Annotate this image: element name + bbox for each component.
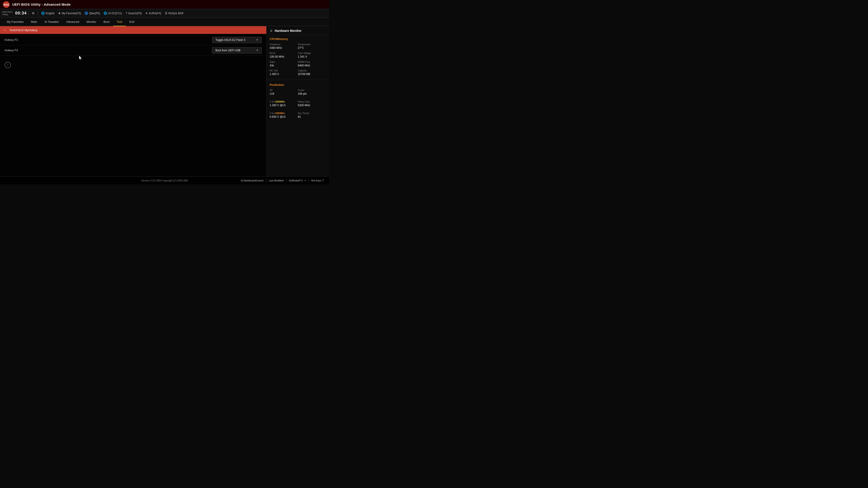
search-label: Search(F9) — [128, 12, 142, 15]
cpu-memory-grid: Frequency 4300 MHz Temperature 27°C BCLK… — [267, 42, 329, 79]
nav-menu: My Favorites Main Ai Tweaker Advanced Mo… — [0, 18, 329, 26]
hotkey-f4-label: Hotkey F4 — [4, 48, 212, 52]
q-dashboard-button[interactable]: Q-Dashboard(Insert) — [239, 179, 266, 182]
main-layout: ← Tool\ASUS MyHotkey Hotkey F3 Toggle AS… — [0, 26, 329, 176]
hot-keys-button[interactable]: Hot Keys ? — [309, 179, 326, 182]
monitor-icon: 🖥 — [270, 29, 273, 33]
ez-mode-icon: ⊣ — [304, 179, 306, 182]
dos-thresh-cell: Dos Thresh 91 — [298, 111, 326, 120]
hot-keys-icon: ? — [322, 179, 324, 182]
qfan-button[interactable]: 🌀 Qfan(F6) — [83, 11, 101, 15]
last-modified-button[interactable]: Last Modified — [267, 179, 286, 182]
resize-bar-button[interactable]: ☰ ReSize BAR — [163, 11, 185, 15]
nav-my-favorites[interactable]: My Favorites — [3, 18, 27, 26]
mc-volt-value: 1.403 V — [270, 72, 298, 76]
header: ROG UEFI BIOS Utility - Advanced Mode — [0, 0, 329, 9]
svg-text:ROG: ROG — [3, 3, 9, 6]
v-for-4300-cell: V for 4300MHz 0.930 V @L5 — [270, 111, 298, 120]
aura-label: AURA(F4) — [149, 12, 161, 15]
dos-thresh-label: Dos Thresh — [298, 112, 326, 115]
hw-monitor-title: Hardware Monitor — [275, 29, 302, 33]
ratio-label: Ratio — [270, 61, 298, 64]
date-display: 09/27/2024 Friday — [2, 11, 12, 16]
cooler-cell: Cooler 166 pts — [298, 88, 326, 97]
heavy-freq-label: Heavy Freq — [298, 100, 326, 103]
settings-button[interactable]: ⚙ — [31, 11, 36, 15]
capacity-cell: Capacity 32768 MB — [298, 68, 326, 77]
my-favorite-button[interactable]: ★ My Favorite(F3) — [57, 11, 82, 15]
back-button[interactable]: ← — [3, 28, 7, 32]
toolbar: 09/27/2024 Friday 00:34 ⚙ 🌐 English ★ My… — [0, 9, 329, 18]
core-voltage-value: 1.341 V — [298, 55, 326, 59]
hotkey-f4-row: Hotkey F4 Boot from UEFI USB ▼ — [0, 45, 266, 56]
bclk-value: 100.00 MHz — [270, 55, 298, 59]
sp-label: SP — [270, 89, 298, 92]
sp-cell: SP 119 — [270, 88, 298, 97]
footer: Version 2.22.1284 Copyright (C) 2024 AMI… — [0, 176, 329, 184]
toolbar-divider-2 — [38, 11, 38, 15]
bclk-cell: BCLK 100.00 MHz — [270, 51, 298, 60]
settings-container: Hotkey F3 Toggle ASUS EZ Flash 3 ▼ Hotke… — [0, 34, 266, 57]
search-button[interactable]: ? Search(F9) — [124, 11, 143, 15]
hotkey-f3-label: Hotkey F3 — [4, 38, 212, 41]
hotkey-f3-dropdown[interactable]: Toggle ASUS EZ Flash 3 ▼ — [212, 37, 262, 43]
capacity-value: 32768 MB — [298, 72, 326, 76]
content-area: ← Tool\ASUS MyHotkey Hotkey F3 Toggle AS… — [0, 26, 266, 176]
time-display: 00:34 — [15, 11, 27, 15]
temperature-value: 27°C — [298, 46, 326, 50]
search-icon: ? — [126, 11, 127, 15]
bclk-label: BCLK — [270, 52, 298, 55]
hotkey-f4-dropdown[interactable]: Boot from UEFI USB ▼ — [212, 47, 262, 54]
nav-main[interactable]: Main — [27, 18, 41, 26]
star-icon: ★ — [58, 11, 61, 15]
hotkey-f3-selected: Toggle ASUS EZ Flash 3 — [215, 38, 245, 41]
language-label: English — [46, 12, 55, 15]
core-voltage-cell: Core Voltage 1.341 V — [298, 51, 326, 60]
heavy-freq-value: 5205 MHz — [298, 103, 326, 107]
ai-oc-button[interactable]: 🌐 AI OC(F11) — [102, 11, 123, 15]
prediction-grid: SP 119 Cooler 166 pts — [267, 88, 329, 98]
v-for-4300-label: V for 4300MHz — [270, 112, 298, 115]
temperature-cell: Temperature 27°C — [298, 42, 326, 51]
nav-advanced[interactable]: Advanced — [63, 18, 83, 26]
ez-mode-button[interactable]: EzMode(F7) ⊣ — [287, 179, 308, 182]
app-title: UEFI BIOS Utility - Advanced Mode — [12, 2, 71, 6]
dram-freq-cell: DRAM Freq. 6400 MHz — [298, 60, 326, 68]
ai-oc-label: AI OC(F11) — [108, 12, 122, 15]
nav-monitor[interactable]: Monitor — [83, 18, 100, 26]
language-button[interactable]: 🌐 English — [40, 11, 56, 15]
ratio-value: 43x — [270, 64, 298, 68]
core-voltage-label: Core Voltage — [298, 52, 326, 55]
sp-value: 119 — [270, 92, 298, 96]
resize-icon: ☰ — [165, 11, 167, 15]
rog-logo-icon: ROG — [3, 1, 10, 8]
ai-icon: 🌐 — [103, 11, 107, 15]
v-for-5205-label: V for 5205MHz — [270, 100, 298, 103]
globe-icon: 🌐 — [41, 11, 45, 15]
nav-boot[interactable]: Boot — [100, 18, 113, 26]
cpu-memory-section-title: CPU/Memory — [267, 35, 329, 42]
my-favorite-label: My Favorite(F3) — [62, 12, 81, 15]
hotkey-f4-selected: Boot from UEFI USB — [215, 49, 241, 52]
hw-monitor-header: 🖥 Hardware Monitor — [267, 26, 329, 35]
aura-button[interactable]: ✦ AURA(F4) — [144, 11, 162, 15]
prediction-4300-row: V for 4300MHz 0.930 V @L5 Dos Thresh 91 — [267, 110, 329, 122]
hotkey-f3-row: Hotkey F3 Toggle ASUS EZ Flash 3 ▼ — [0, 35, 266, 45]
hotkey-f4-value: Boot from UEFI USB ▼ — [212, 47, 262, 54]
nav-exit[interactable]: Exit — [126, 18, 138, 26]
mc-volt-label: MC Volt. — [270, 69, 298, 72]
breadcrumb: ← Tool\ASUS MyHotkey — [0, 26, 266, 34]
datetime-display: 09/27/2024 Friday — [2, 11, 12, 16]
capacity-label: Capacity — [298, 69, 326, 72]
hardware-monitor-panel: 🖥 Hardware Monitor CPU/Memory Frequency … — [266, 26, 329, 176]
ratio-cell: Ratio 43x — [270, 60, 298, 68]
freq-5205-highlight: 5205MHz — [275, 101, 285, 103]
nav-tool[interactable]: Tool — [113, 18, 126, 26]
v-for-5205-value: 1.260 V @L5 — [270, 103, 298, 107]
v-for-4300-value: 0.930 V @L5 — [270, 115, 298, 119]
frequency-value: 4300 MHz — [270, 46, 298, 50]
prediction-5205-row: V for 5205MHz 1.260 V @L5 Heavy Freq 520… — [267, 98, 329, 110]
nav-ai-tweaker[interactable]: Ai Tweaker — [41, 18, 63, 26]
frequency-label: Frequency — [270, 43, 298, 46]
version-text: Version 2.22.1284 Copyright (C) 2024 AMI — [141, 179, 188, 182]
